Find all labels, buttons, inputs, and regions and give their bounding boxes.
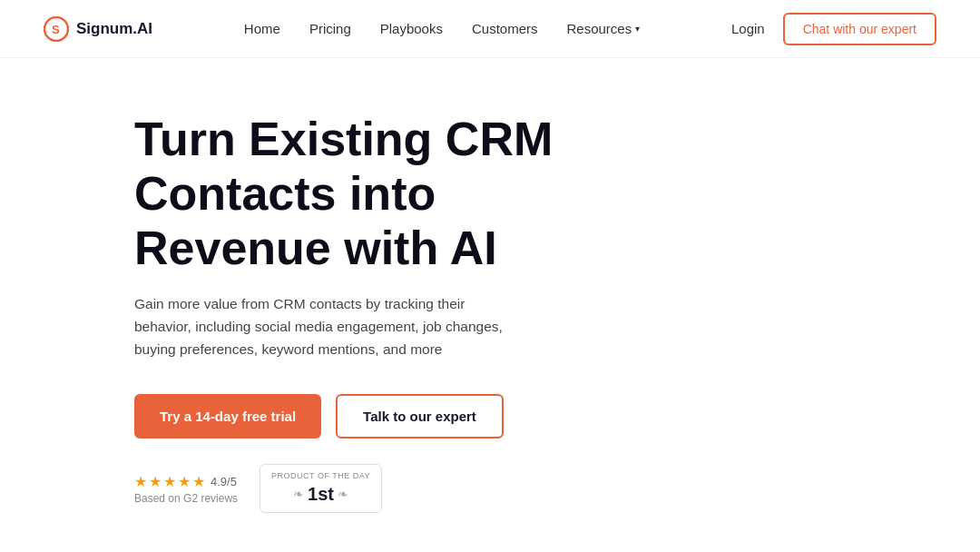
product-badge: ❧ 1st ❧ xyxy=(293,481,348,507)
navbar: S Signum.AI Home Pricing Playbooks Custo… xyxy=(0,0,980,58)
star-5: ★ xyxy=(192,473,205,490)
laurel-left-icon: ❧ xyxy=(293,486,304,504)
product-of-day-badge: Product of the day ❧ 1st ❧ xyxy=(260,464,382,514)
talk-expert-button[interactable]: Talk to our expert xyxy=(336,394,504,439)
nav-customers[interactable]: Customers xyxy=(472,21,538,36)
star-4: ★ xyxy=(178,473,191,490)
logo-text: Signum.AI xyxy=(76,20,152,38)
hero-buttons: Try a 14-day free trial Talk to our expe… xyxy=(134,394,846,439)
hero-subtext: Gain more value from CRM contacts by tra… xyxy=(134,293,515,360)
free-trial-button[interactable]: Try a 14-day free trial xyxy=(134,394,321,439)
nav-actions: Login Chat with our expert xyxy=(731,13,936,45)
star-2: ★ xyxy=(149,473,162,490)
rating-score: 4.9/5 xyxy=(211,475,237,488)
social-proof: ★ ★ ★ ★ ★ 4.9/5 Based on G2 reviews Prod… xyxy=(134,464,846,514)
login-link[interactable]: Login xyxy=(731,21,765,36)
g2-label: Based on G2 reviews xyxy=(134,492,238,505)
logo-icon: S xyxy=(44,16,69,42)
badge-label: Product of the day xyxy=(271,470,370,482)
nav-home[interactable]: Home xyxy=(244,21,280,36)
nav-playbooks[interactable]: Playbooks xyxy=(380,21,443,36)
laurel-right-icon: ❧ xyxy=(338,486,348,504)
g2-rating: ★ ★ ★ ★ ★ 4.9/5 Based on G2 reviews xyxy=(134,473,238,505)
star-1: ★ xyxy=(134,473,147,490)
nav-links: Home Pricing Playbooks Customers Resourc… xyxy=(244,21,640,37)
svg-text:S: S xyxy=(52,23,60,36)
chat-expert-button[interactable]: Chat with our expert xyxy=(783,13,936,45)
logo-link[interactable]: S Signum.AI xyxy=(44,16,152,42)
star-3: ★ xyxy=(163,473,176,490)
nav-pricing[interactable]: Pricing xyxy=(309,21,351,36)
star-rating: ★ ★ ★ ★ ★ 4.9/5 xyxy=(134,473,238,490)
badge-rank: 1st xyxy=(308,481,334,507)
chevron-down-icon: ▾ xyxy=(635,24,640,34)
nav-resources-dropdown[interactable]: Resources ▾ xyxy=(566,21,640,36)
hero-section: Turn Existing CRM Contacts into Revenue … xyxy=(0,58,980,549)
hero-headline: Turn Existing CRM Contacts into Revenue … xyxy=(134,113,606,275)
